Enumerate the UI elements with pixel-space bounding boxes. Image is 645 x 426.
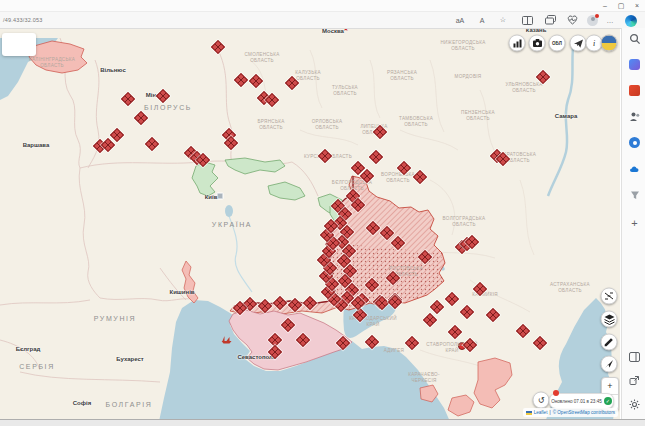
caucasus-region-2	[448, 395, 474, 416]
minimize-button[interactable]: –	[597, 0, 613, 11]
navigation-arrow-icon	[604, 359, 615, 370]
sidebar-panel-button[interactable]	[628, 350, 641, 363]
alert-dot	[553, 390, 559, 396]
route-measure-icon	[604, 291, 615, 302]
dnipro-river	[226, 208, 252, 292]
sidebar-open-window-button[interactable]	[628, 374, 641, 387]
sidebar-outlook-button[interactable]	[628, 162, 641, 175]
telegram-button[interactable]	[570, 35, 587, 52]
locate-button[interactable]	[601, 356, 618, 373]
oblast-borders-label: ОБЛ	[552, 41, 562, 46]
history-button[interactable]: ↺	[533, 392, 550, 409]
window-titlebar: – ▢ ×	[0, 0, 645, 12]
sidebar-add-button[interactable]: +	[628, 216, 641, 229]
gear-icon	[629, 399, 640, 410]
kaliningrad	[29, 41, 87, 73]
sidebar-copilot-button[interactable]	[628, 58, 641, 71]
sidebar-shopping-button[interactable]	[628, 84, 641, 97]
collapsed-menu-panel[interactable]	[2, 33, 36, 56]
profile-avatar[interactable]	[587, 15, 598, 26]
collections-icon	[545, 15, 556, 25]
browser-toolbar: /49.433/32.053 aA A ☆ …	[0, 12, 645, 29]
map-attribution: Leaflet | © OpenStreetMap contributors	[523, 408, 618, 417]
funnel-icon	[630, 190, 640, 200]
layers-icon	[603, 313, 615, 325]
browser-essentials-button[interactable]	[565, 14, 579, 26]
search-icon	[629, 33, 641, 45]
update-ok-icon: ✓	[604, 397, 612, 405]
volga-river	[548, 40, 574, 196]
bar-chart-icon	[512, 38, 522, 48]
update-status-pill[interactable]: Оновлено 07.01 в 23:45 ✓	[549, 393, 614, 409]
games-icon	[629, 137, 640, 148]
info-icon: i	[593, 39, 595, 48]
people-icon	[629, 111, 640, 122]
cloud-icon	[629, 164, 640, 173]
pencil-icon	[604, 337, 615, 348]
map[interactable]: ★ ОБЛ i	[0, 28, 620, 419]
sidebar-search-button[interactable]	[628, 32, 641, 45]
layers-button[interactable]	[601, 311, 618, 328]
map-stage: ★ ОБЛ i	[0, 28, 620, 419]
open-in-window-icon	[629, 375, 640, 386]
leaflet-link[interactable]: Leaflet	[534, 410, 548, 415]
copilot-icon	[629, 59, 640, 70]
edge-logo-icon[interactable]	[625, 15, 637, 27]
telegram-icon	[573, 38, 583, 48]
ukraine-flag-small-icon	[526, 411, 532, 415]
read-aloud-button[interactable]: aA	[453, 14, 467, 26]
split-screen-icon	[522, 16, 533, 25]
translate-button[interactable]: A	[475, 14, 489, 26]
more-menu-button[interactable]: …	[603, 14, 617, 26]
statistics-button[interactable]	[509, 35, 526, 52]
osm-link[interactable]: © OpenStreetMap contributors	[553, 410, 615, 415]
sidebar-settings-button[interactable]	[628, 398, 641, 411]
transnistria	[182, 261, 198, 303]
route-measure-button[interactable]	[601, 288, 618, 305]
oblast-borders-button[interactable]: ОБЛ	[549, 35, 566, 52]
heart-pulse-icon	[567, 15, 578, 25]
sidebar-games-button[interactable]	[628, 136, 641, 149]
ship-icon[interactable]	[222, 330, 233, 348]
sidebar-dropdown-button[interactable]	[628, 188, 641, 201]
close-button[interactable]: ×	[629, 0, 645, 11]
maximize-button[interactable]: ▢	[613, 0, 629, 11]
camera-icon	[532, 39, 542, 48]
sidebar-people-button[interactable]	[628, 110, 641, 123]
side-panel-icon	[629, 352, 640, 362]
attribution-separator: |	[549, 410, 550, 415]
window-bottom-strip	[0, 419, 645, 426]
language-flag-button[interactable]	[601, 35, 618, 52]
screenshot-button[interactable]	[529, 35, 546, 52]
favorites-button[interactable]: ☆	[496, 14, 510, 26]
shopping-icon	[629, 85, 640, 96]
draw-pencil-button[interactable]	[601, 334, 618, 351]
split-screen-button[interactable]	[520, 14, 534, 26]
caucasus-region-1	[474, 358, 512, 408]
history-icon: ↺	[538, 396, 545, 405]
update-status-text: Оновлено 07.01 в 23:45	[551, 399, 602, 404]
collections-button[interactable]	[543, 14, 557, 26]
kyiv-capital-icon	[217, 193, 224, 200]
kyiv-reservoir	[225, 205, 233, 217]
url-text: /49.433/32.053	[3, 17, 43, 23]
map-graphics	[0, 28, 620, 419]
edge-sidebar: +	[621, 28, 645, 419]
